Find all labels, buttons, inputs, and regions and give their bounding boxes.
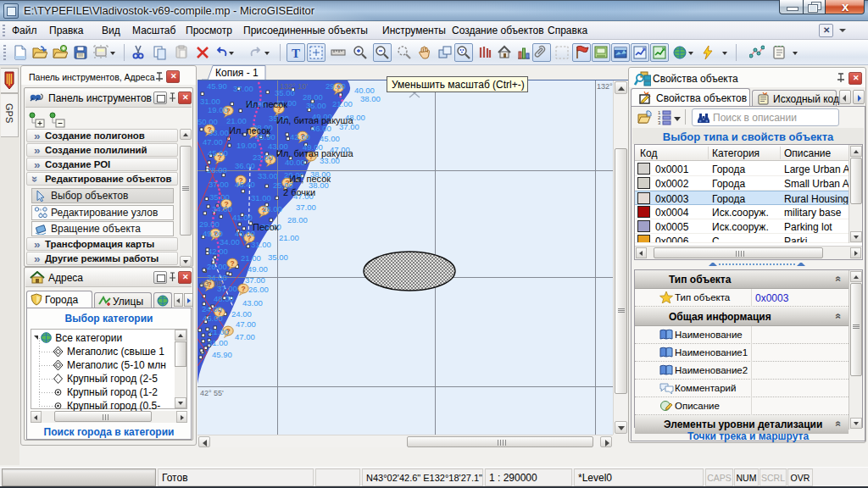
svg-text:132° 1: 132° 1	[597, 82, 613, 91]
svg-text:40.00: 40.00	[354, 86, 375, 95]
svg-text:47.00: 47.00	[203, 137, 223, 147]
svg-text:47.00: 47.00	[236, 319, 256, 329]
svg-text:29.00: 29.00	[326, 81, 346, 91]
svg-text:Песок: Песок	[253, 222, 279, 232]
svg-text:23.00: 23.00	[253, 152, 273, 162]
svg-text:Ил, песок: Ил, песок	[246, 99, 287, 109]
svg-text:26.00: 26.00	[248, 285, 269, 294]
svg-text:37.00: 37.00	[209, 180, 229, 189]
svg-text:35.00: 35.00	[209, 192, 230, 202]
svg-text:Ил, песок: Ил, песок	[289, 174, 331, 184]
svg-text:Ил, битая ракуша: Ил, битая ракуша	[276, 115, 353, 125]
svg-text:36.00: 36.00	[235, 161, 255, 170]
svg-text:T: T	[292, 47, 300, 60]
svg-text:46.00: 46.00	[203, 313, 223, 323]
svg-text:Ил, песок: Ил, песок	[229, 125, 270, 136]
svg-text:28.00: 28.00	[287, 215, 308, 225]
svg-text:37.00: 37.00	[245, 275, 265, 285]
svg-text:34.00: 34.00	[212, 204, 232, 214]
svg-text:49.00: 49.00	[248, 264, 268, 274]
svg-text:29.00: 29.00	[199, 219, 220, 229]
svg-text:45.90: 45.90	[212, 350, 232, 359]
svg-text:Ил, битая ракуша: Ил, битая ракуша	[276, 148, 353, 158]
svg-text:33.00: 33.00	[258, 171, 278, 180]
svg-text:42° 55': 42° 55'	[200, 389, 224, 397]
svg-text:37.00: 37.00	[233, 84, 253, 93]
svg-text:28.00: 28.00	[262, 204, 282, 214]
svg-text:31.00: 31.00	[208, 338, 228, 347]
svg-text:43° 05': 43° 05'	[200, 280, 224, 288]
svg-text:45.90: 45.90	[207, 81, 227, 91]
svg-text:19.00: 19.00	[236, 141, 257, 150]
svg-text:2 бочки: 2 бочки	[283, 187, 315, 197]
svg-text:35.00: 35.00	[268, 252, 288, 262]
svg-text:3: 3	[658, 120, 661, 125]
svg-text:50.00: 50.00	[198, 117, 218, 126]
svg-text:26.00: 26.00	[207, 262, 227, 271]
svg-text:45.00: 45.00	[208, 148, 228, 158]
svg-text:21.00: 21.00	[209, 327, 229, 336]
svg-text:37.00: 37.00	[296, 202, 316, 212]
svg-text:42.00: 42.00	[290, 132, 310, 141]
svg-text:21.00: 21.00	[241, 253, 261, 263]
svg-text:24.00: 24.00	[231, 309, 252, 319]
svg-text:?: ?	[231, 259, 235, 268]
svg-text:21.00: 21.00	[226, 116, 247, 125]
svg-text:132° 10': 132° 10'	[280, 82, 308, 91]
svg-text:?: ?	[242, 285, 246, 293]
svg-text:24.00: 24.00	[202, 304, 222, 313]
svg-text:31.00: 31.00	[251, 240, 271, 249]
svg-text:19.00: 19.00	[208, 105, 228, 114]
svg-text:40.00: 40.00	[285, 158, 305, 167]
svg-text:43.00: 43.00	[242, 298, 263, 308]
svg-text:31.00: 31.00	[200, 97, 220, 106]
svg-text:28.00: 28.00	[207, 165, 227, 175]
svg-text:41.00: 41.00	[232, 213, 253, 222]
svg-text:38.00: 38.00	[360, 94, 381, 103]
svg-text:48.00: 48.00	[214, 294, 234, 303]
svg-text:21.00: 21.00	[279, 233, 299, 242]
svg-text:35.00: 35.00	[306, 101, 326, 110]
svg-text:33.00: 33.00	[209, 128, 229, 137]
svg-text:47.00: 47.00	[235, 332, 255, 341]
svg-text:46.40: 46.40	[235, 180, 255, 189]
svg-text:31.00: 31.00	[251, 193, 271, 202]
svg-text:42.00: 42.00	[208, 247, 228, 256]
svg-text:21.00: 21.00	[332, 99, 353, 108]
svg-text:34.00: 34.00	[220, 237, 240, 247]
